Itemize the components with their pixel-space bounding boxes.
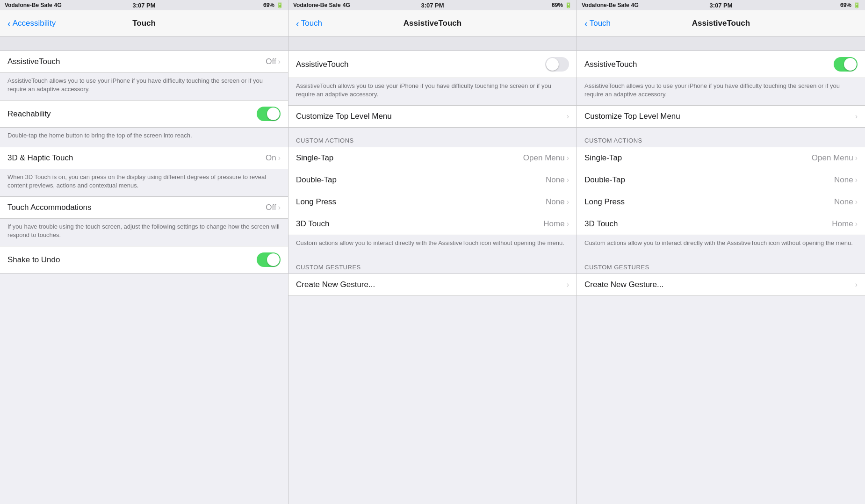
status-time: 3:07 PM [421, 2, 444, 9]
row-label: Create New Gesture... [296, 280, 375, 289]
status-time: 3:07 PM [709, 2, 732, 9]
nav-back-button[interactable]: ‹Touch [584, 19, 611, 28]
nav-back-label: Touch [590, 19, 611, 28]
long-press-row[interactable]: Long PressNone› [577, 191, 865, 213]
section-description: Double-tap the home button to bring the … [0, 128, 288, 146]
nav-bar: ‹AccessibilityTouch [0, 10, 288, 36]
section-description: If you have trouble using the touch scre… [0, 219, 288, 246]
row-value-text: Off [266, 203, 276, 212]
status-bar: Vodafone-Be Safe 4G 3:07 PM 69% 🔋 [288, 0, 577, 10]
section-label: CUSTOM ACTIONS [577, 128, 865, 147]
double-tap-row[interactable]: Double-TapNone› [288, 169, 577, 191]
nav-bar: ‹TouchAssistiveTouch [577, 10, 865, 36]
row-value: Off› [266, 203, 281, 212]
row-value [545, 57, 569, 72]
row-label: Touch Accommodations [7, 203, 92, 212]
section-description: AssistiveTouch allows you to use your iP… [288, 78, 577, 105]
custom-actions-section: Single-TapOpen Menu›Double-TapNone›Long … [577, 147, 865, 235]
status-bar: Vodafone-Be Safe 4G 3:07 PM 69% 🔋 [577, 0, 865, 10]
toggle-switch[interactable] [257, 252, 281, 267]
toggle-knob [267, 108, 280, 120]
shake-section: Shake to Undo [0, 246, 288, 274]
row-label: 3D Touch [296, 219, 330, 229]
row-value: › [567, 281, 569, 289]
row-value [257, 252, 281, 267]
row-label: Customize Top Level Menu [296, 112, 392, 121]
row-label: Customize Top Level Menu [584, 112, 680, 121]
haptic-row[interactable]: 3D & Haptic TouchOn› [0, 147, 288, 169]
chevron-right-icon: › [855, 198, 858, 206]
chevron-right-icon: › [278, 58, 281, 66]
row-value: None› [834, 197, 858, 207]
custom-gestures-section: Create New Gesture...› [288, 274, 577, 296]
status-left: Vodafone-Be Safe 4G [293, 2, 350, 8]
row-label: AssistiveTouch [296, 60, 348, 69]
chevron-right-icon: › [855, 112, 858, 121]
back-chevron-icon: ‹ [7, 19, 11, 28]
customize-section: Customize Top Level Menu› [288, 105, 577, 128]
nav-spacer [288, 36, 577, 50]
status-right: 69% 🔋 [840, 2, 860, 8]
row-label: 3D & Haptic Touch [7, 153, 73, 163]
at-toggle-row[interactable]: AssistiveTouch [577, 51, 865, 78]
nav-title: AssistiveTouch [404, 19, 461, 28]
section-description: Custom actions allow you to interact dir… [577, 235, 865, 254]
status-right: 69% 🔋 [263, 2, 283, 8]
create-gesture-row[interactable]: Create New Gesture...› [577, 274, 865, 295]
long-press-row[interactable]: Long PressNone› [288, 191, 577, 213]
toggle-switch[interactable] [257, 107, 281, 121]
customize-row[interactable]: Customize Top Level Menu› [288, 106, 577, 127]
assistivetouch-row[interactable]: AssistiveTouchOff› [0, 51, 288, 72]
shake-row[interactable]: Shake to Undo [0, 246, 288, 273]
toggle-knob [267, 253, 280, 266]
toggle-switch[interactable] [545, 57, 569, 72]
row-label: Long Press [296, 197, 336, 207]
reachability-row[interactable]: Reachability [0, 101, 288, 127]
touch-accommodations-row[interactable]: Touch AccommodationsOff› [0, 197, 288, 218]
row-label: AssistiveTouch [584, 60, 637, 69]
chevron-right-icon: › [278, 154, 281, 162]
single-tap-row[interactable]: Single-TapOpen Menu› [577, 147, 865, 169]
section-description: AssistiveTouch allows you to use your iP… [0, 73, 288, 100]
nav-back-button[interactable]: ‹Touch [296, 19, 322, 28]
row-value-text: Home [543, 219, 564, 229]
battery-icon: 🔋 [276, 2, 283, 8]
3d-touch-row[interactable]: 3D TouchHome› [288, 213, 577, 235]
row-value: › [855, 112, 858, 121]
carrier-text: Vodafone-Be Safe [293, 2, 341, 8]
panel3: Vodafone-Be Safe 4G 3:07 PM 69% 🔋 ‹Touch… [577, 0, 865, 504]
at-toggle-row[interactable]: AssistiveTouch [288, 51, 577, 78]
row-value: Home› [543, 219, 569, 229]
carrier-text: Vodafone-Be Safe [582, 2, 629, 8]
section-description: When 3D Touch is on, you can press on th… [0, 169, 288, 196]
touch-accommodations-section: Touch AccommodationsOff› [0, 196, 288, 219]
row-value-text: None [546, 197, 565, 207]
battery-percent: 69% [263, 2, 274, 8]
section-description: Custom actions allow you to interact dir… [288, 235, 577, 254]
row-label: Long Press [584, 197, 625, 207]
chevron-right-icon: › [567, 112, 569, 121]
battery-icon: 🔋 [565, 2, 572, 8]
row-value-text: None [546, 175, 565, 185]
nav-back-button[interactable]: ‹Accessibility [7, 19, 56, 28]
toggle-switch[interactable] [834, 57, 858, 72]
row-label: Create New Gesture... [584, 280, 663, 289]
chevron-right-icon: › [278, 203, 281, 212]
row-value-text: Open Menu [523, 153, 565, 163]
row-value: Off› [266, 57, 281, 66]
battery-percent: 69% [840, 2, 851, 8]
haptic-section: 3D & Haptic TouchOn› [0, 147, 288, 169]
row-value: On› [266, 153, 281, 163]
3d-touch-row[interactable]: 3D TouchHome› [577, 213, 865, 235]
custom-gestures-section: Create New Gesture...› [577, 274, 865, 296]
double-tap-row[interactable]: Double-TapNone› [577, 169, 865, 191]
chevron-right-icon: › [855, 154, 858, 162]
row-value-text: None [834, 197, 853, 207]
customize-row[interactable]: Customize Top Level Menu› [577, 106, 865, 127]
nav-back-label: Accessibility [13, 19, 56, 28]
create-gesture-row[interactable]: Create New Gesture...› [288, 274, 577, 295]
single-tap-row[interactable]: Single-TapOpen Menu› [288, 147, 577, 169]
customize-section: Customize Top Level Menu› [577, 105, 865, 128]
chevron-right-icon: › [855, 281, 858, 289]
chevron-right-icon: › [567, 154, 569, 162]
